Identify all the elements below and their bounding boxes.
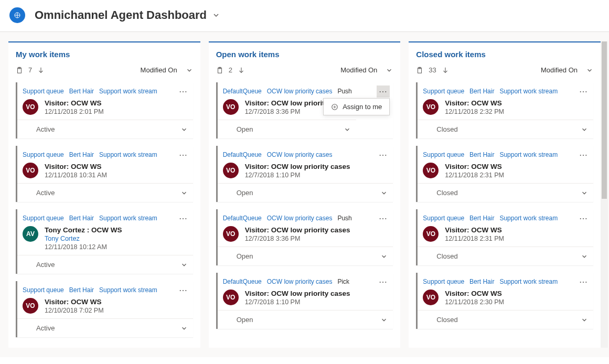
work-item-card[interactable]: Support queueBert HairSupport work strea…	[416, 146, 593, 202]
card-tag-link[interactable]: Support queue	[423, 88, 464, 95]
work-item-card[interactable]: DefaultQueueOCW low priority casesPush⋯ …	[216, 82, 393, 138]
sort-field[interactable]: Modified On	[340, 66, 377, 74]
card-sublink[interactable]: Tony Cortez	[45, 235, 122, 242]
card-tag-link[interactable]: Support queue	[23, 286, 64, 294]
sort-field[interactable]: Modified On	[541, 66, 578, 74]
card-tag-link[interactable]: Bert Hair	[469, 88, 494, 95]
chevron-down-icon[interactable]	[586, 67, 593, 74]
card-tag-link[interactable]: Support work stream	[499, 151, 558, 158]
card-tag-link[interactable]: Support queue	[423, 215, 464, 222]
card-tag-link[interactable]: Bert Hair	[69, 88, 94, 95]
more-actions-icon[interactable]: ⋯	[377, 276, 390, 288]
scrollbar-thumb[interactable]	[602, 41, 607, 199]
chevron-down-icon[interactable]	[186, 67, 193, 74]
work-item-card[interactable]: Support queueBert HairSupport work strea…	[16, 82, 193, 138]
more-actions-icon[interactable]: ⋯	[377, 149, 390, 161]
card-tag-link[interactable]: Support queue	[423, 151, 464, 158]
card-tag-link[interactable]: Bert Hair	[469, 215, 494, 222]
chevron-down-icon[interactable]	[380, 189, 388, 197]
card-status: Open	[237, 316, 253, 324]
card-title: Visitor: OCW low priority cases	[245, 290, 350, 297]
sort-arrow-icon[interactable]	[37, 67, 45, 74]
chevron-down-icon[interactable]	[386, 67, 393, 74]
card-tag-link[interactable]: Support queue	[423, 278, 464, 285]
sort-arrow-icon[interactable]	[442, 67, 449, 74]
column-title: Closed work items	[416, 50, 593, 59]
card-tag-link[interactable]: Bert Hair	[69, 286, 94, 294]
chevron-down-icon[interactable]	[581, 126, 588, 133]
card-tag-link[interactable]: Bert Hair	[69, 151, 94, 158]
work-item-card[interactable]: Support queueBert HairSupport work strea…	[416, 209, 593, 265]
card-tag-link[interactable]: OCW low priority cases	[267, 88, 333, 95]
chevron-down-icon[interactable]	[581, 316, 588, 324]
chevron-down-icon[interactable]	[180, 325, 188, 332]
sort-arrow-icon[interactable]	[238, 67, 245, 74]
card-title: Visitor: OCW low priority cases	[245, 163, 350, 170]
avatar: VO	[423, 290, 439, 305]
chevron-down-icon[interactable]	[380, 253, 388, 260]
work-item-card[interactable]: Support queueBert HairSupport work strea…	[16, 281, 193, 337]
more-actions-icon[interactable]: ⋯	[577, 149, 590, 161]
chevron-down-icon[interactable]	[380, 316, 388, 324]
card-tag-link[interactable]: Support work stream	[499, 88, 558, 95]
assign-menu[interactable]: Assign to me	[323, 98, 390, 115]
work-item-card[interactable]: Support queueBert HairSupport work strea…	[16, 146, 193, 202]
assign-to-me-label[interactable]: Assign to me	[343, 103, 382, 111]
card-tag-link[interactable]: DefaultQueue	[223, 278, 262, 285]
card-tag-link[interactable]: Support work stream	[99, 215, 157, 222]
card-tag-link[interactable]: Support queue	[23, 151, 64, 158]
card-tags: Support queueBert HairSupport work strea…	[23, 88, 193, 95]
work-item-card[interactable]: DefaultQueueOCW low priority cases⋯ VO V…	[216, 146, 393, 202]
top-header: Omnichannel Agent Dashboard	[0, 0, 609, 32]
more-actions-icon[interactable]: ⋯	[577, 85, 590, 98]
card-tags: Support queueBert HairSupport work strea…	[423, 215, 593, 222]
card-footer: Closed	[418, 120, 593, 138]
card-tag-link[interactable]: Support queue	[23, 215, 64, 222]
chevron-down-icon[interactable]	[581, 253, 588, 260]
card-tag-link[interactable]: Bert Hair	[469, 278, 494, 285]
work-item-card[interactable]: DefaultQueueOCW low priority casesPush⋯ …	[216, 209, 393, 265]
more-actions-icon[interactable]: ⋯	[177, 149, 190, 161]
more-actions-icon[interactable]: ⋯	[177, 85, 190, 98]
sort-field[interactable]: Modified On	[141, 66, 177, 74]
avatar: VO	[423, 226, 439, 242]
chevron-down-icon[interactable]	[212, 11, 220, 19]
card-tag-link[interactable]: Support queue	[23, 88, 64, 95]
card-tag-link[interactable]: DefaultQueue	[223, 88, 262, 95]
work-item-card[interactable]: DefaultQueueOCW low priority casesPick⋯ …	[216, 273, 393, 329]
card-tag-link[interactable]: Support work stream	[99, 88, 157, 95]
card-tag-link[interactable]: Support work stream	[499, 215, 558, 222]
card-tag-link[interactable]: DefaultQueue	[223, 151, 262, 158]
card-tags: Support queueBert HairSupport work strea…	[423, 151, 593, 158]
card-tag-link[interactable]: Support work stream	[499, 278, 558, 285]
card-footer: Open	[218, 247, 393, 265]
more-actions-icon[interactable]: ⋯	[177, 284, 190, 296]
card-tag-link[interactable]: DefaultQueue	[223, 215, 262, 222]
work-item-card[interactable]: Support queueBert HairSupport work strea…	[16, 209, 193, 274]
more-actions-icon[interactable]: ⋯	[177, 212, 190, 224]
card-tags: DefaultQueueOCW low priority casesPush	[223, 88, 357, 95]
chevron-down-icon[interactable]	[344, 126, 351, 133]
card-tag-link[interactable]: OCW low priority cases	[267, 278, 333, 285]
card-tag-link[interactable]: Support work stream	[99, 151, 157, 158]
chevron-down-icon[interactable]	[180, 189, 188, 197]
card-tag-link[interactable]: Support work stream	[99, 286, 157, 294]
card-tag-link[interactable]: OCW low priority cases	[267, 151, 333, 158]
chevron-down-icon[interactable]	[581, 189, 588, 197]
work-item-card[interactable]: Support queueBert HairSupport work strea…	[416, 273, 593, 329]
scrollbar[interactable]	[601, 41, 608, 348]
card-footer: Active	[17, 183, 193, 202]
card-footer: Closed	[418, 247, 593, 265]
card-tag-link[interactable]: Bert Hair	[69, 215, 94, 222]
chevron-down-icon[interactable]	[180, 261, 188, 269]
avatar: VO	[223, 290, 239, 305]
chevron-down-icon[interactable]	[180, 126, 188, 133]
more-actions-icon[interactable]: ⋯	[377, 85, 390, 98]
work-item-card[interactable]: Support queueBert HairSupport work strea…	[416, 82, 593, 138]
avatar: VO	[423, 99, 439, 115]
more-actions-icon[interactable]: ⋯	[577, 212, 590, 224]
card-tag-link[interactable]: Bert Hair	[469, 151, 494, 158]
card-tag-link[interactable]: OCW low priority cases	[267, 215, 333, 222]
more-actions-icon[interactable]: ⋯	[577, 276, 590, 288]
more-actions-icon[interactable]: ⋯	[377, 212, 390, 224]
